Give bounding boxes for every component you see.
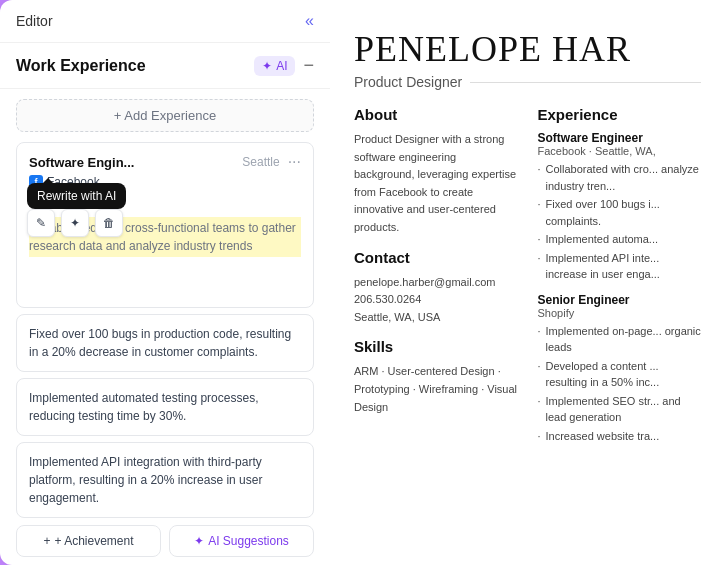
ai-suggestions-button[interactable]: ✦ AI Suggestions [169, 525, 314, 557]
editor-header: Editor « [0, 0, 330, 43]
experience-card: Software Engin... Seattle ··· f Facebook… [16, 142, 314, 308]
job-1-bullet-2: Fixed over 100 bugs i... complaints. [538, 196, 702, 229]
star-icon-button[interactable]: ✦ [61, 209, 89, 237]
achievement-text-3: Implemented API integration with third-p… [29, 453, 301, 507]
resume-left-column: About Product Designer with a strong sof… [354, 106, 518, 454]
job-location: Seattle [242, 155, 279, 169]
ai-star-icon: ✦ [262, 59, 272, 73]
skills-text: ARM · User-centered Design · Prototyping… [354, 363, 518, 416]
contact-email: penelope.harber@gmail.com [354, 274, 518, 292]
job-2-bullet-1: Implemented on-page... organic leads [538, 323, 702, 356]
resume-document: PENELOPE HAR Product Designer About Prod… [330, 0, 725, 565]
job-1-bullet-4: Implemented API inte... increase in user… [538, 250, 702, 283]
resume-right-column: Experience Software Engineer Facebook · … [538, 106, 702, 454]
more-options-icon[interactable]: ··· [288, 153, 301, 171]
ai-badge[interactable]: ✦ AI [254, 56, 295, 76]
achievement-card-1: Fixed over 100 bugs in production code, … [16, 314, 314, 372]
job-1-title: Software Engineer [538, 131, 702, 145]
contact-section: Contact penelope.harber@gmail.com 206.53… [354, 249, 518, 327]
job-1-bullet-3: Implemented automa... [538, 231, 702, 248]
add-experience-button[interactable]: + Add Experience [16, 99, 314, 132]
experience-title: Experience [538, 106, 702, 123]
add-achievement-label: + Achievement [54, 534, 133, 548]
sparkle-icon: ✦ [70, 216, 80, 230]
job-2-bullet-4: Increased website tra... [538, 428, 702, 445]
trash-icon: 🗑 [103, 216, 115, 230]
job-2-bullet-3: Implemented SEO str... and lead generati… [538, 393, 702, 426]
job-title: Software Engin... [29, 155, 134, 170]
section-header-right: ✦ AI − [254, 55, 314, 76]
rewrite-ai-popup[interactable]: Rewrite with AI [27, 183, 126, 209]
rewrite-ai-label: Rewrite with AI [37, 189, 116, 203]
contact-title: Contact [354, 249, 518, 266]
bottom-buttons: + + Achievement ✦ AI Suggestions [16, 525, 314, 557]
section-title: Work Experience [16, 57, 146, 75]
achievement-text-1: Fixed over 100 bugs in production code, … [29, 325, 301, 361]
job-2-company: Shopify [538, 307, 702, 319]
job-item-1: Software Engineer Facebook · Seattle, WA… [538, 131, 702, 283]
section-header: Work Experience ✦ AI − [0, 43, 330, 89]
ai-label: AI [276, 59, 287, 73]
skills-section: Skills ARM · User-centered Design · Prot… [354, 338, 518, 416]
delete-icon-button[interactable]: 🗑 [95, 209, 123, 237]
plus-icon: + [43, 534, 50, 548]
job-item-2: Senior Engineer Shopify Implemented on-p… [538, 293, 702, 445]
resume-panel: PENELOPE HAR Product Designer About Prod… [330, 0, 725, 565]
about-section-title: About [354, 106, 518, 123]
edit-icon-button[interactable]: ✎ [27, 209, 55, 237]
achievement-card-2: Implemented automated testing processes,… [16, 378, 314, 436]
job-2-title: Senior Engineer [538, 293, 702, 307]
toolbar-icons: ✎ ✦ 🗑 [27, 209, 123, 237]
back-icon[interactable]: « [305, 12, 314, 30]
contact-phone: 206.530.0264 [354, 291, 518, 309]
add-achievement-button[interactable]: + + Achievement [16, 525, 161, 557]
experience-card-header: Software Engin... Seattle ··· [29, 153, 301, 171]
resume-position: Product Designer [354, 74, 462, 90]
editor-controls: « [305, 12, 314, 30]
resume-title-row: Product Designer [354, 74, 701, 90]
resume-divider [470, 82, 701, 83]
contact-details: penelope.harber@gmail.com 206.530.0264 S… [354, 274, 518, 327]
resume-name: PENELOPE HAR [354, 28, 701, 70]
editor-content: + Add Experience Software Engin... Seatt… [0, 89, 330, 525]
editor-panel: Editor « Work Experience ✦ AI − + Add Ex… [0, 0, 330, 565]
achievement-card-3: Implemented API integration with third-p… [16, 442, 314, 518]
ai-suggestions-icon: ✦ [194, 534, 204, 548]
job-2-bullet-2: Developed a content ... resulting in a 5… [538, 358, 702, 391]
skills-title: Skills [354, 338, 518, 355]
ai-suggestions-label: AI Suggestions [208, 534, 289, 548]
edit-icon: ✎ [36, 216, 46, 230]
job-1-company: Facebook · Seattle, WA, [538, 145, 702, 157]
achievement-text-2: Implemented automated testing processes,… [29, 389, 301, 425]
resume-columns: About Product Designer with a strong sof… [354, 106, 701, 454]
contact-location: Seattle, WA, USA [354, 309, 518, 327]
editor-title: Editor [16, 13, 53, 29]
collapse-button[interactable]: − [303, 55, 314, 76]
about-text: Product Designer with a strong software … [354, 131, 518, 237]
job-1-bullet-1: Collaborated with cro... analyze industr… [538, 161, 702, 194]
